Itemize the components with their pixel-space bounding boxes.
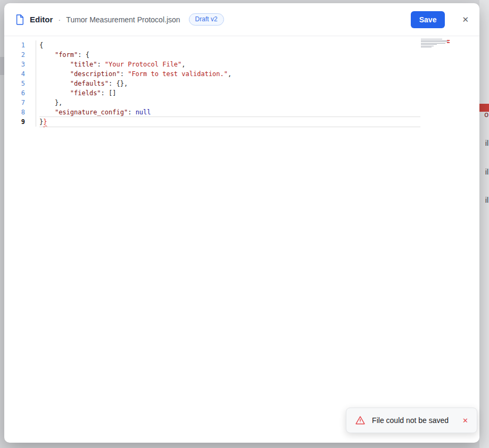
code-token: { [39, 42, 43, 49]
line-number: 8 [4, 107, 25, 117]
code-token [39, 109, 55, 116]
code-token: , [228, 70, 231, 78]
code-token: "form" [55, 51, 78, 59]
code-token: "fields" [70, 89, 101, 97]
editor-modal: Editor · Tumor Measurement Protocol.json… [4, 3, 479, 443]
code-area[interactable]: { "form": { "title": "Your Protocol File… [36, 40, 420, 127]
code-token: null [136, 109, 151, 116]
code-token [39, 80, 70, 87]
line-number: 5 [4, 79, 25, 88]
code-line[interactable]: }, [39, 98, 420, 107]
code-token: "defaults" [70, 80, 109, 87]
code-token: "description" [70, 70, 120, 78]
code-token: "Form to test validation." [128, 70, 228, 78]
line-numbers: 123456789 [4, 40, 36, 127]
code-token: : [97, 61, 104, 68]
line-number: 6 [4, 88, 25, 98]
code-token: "esignature_config" [55, 109, 128, 116]
draft-version-badge: Draft v2 [189, 13, 224, 25]
code-token [39, 51, 55, 59]
code-token [39, 61, 70, 68]
code-line[interactable]: "defaults": {}, [39, 79, 420, 88]
code-token: : [120, 70, 128, 78]
code-token: { [86, 51, 89, 59]
code-token: : [128, 109, 135, 116]
code-line[interactable]: "description": "Form to test validation.… [39, 69, 420, 79]
code-token: : [101, 89, 109, 97]
close-icon[interactable]: ✕ [462, 15, 469, 23]
code-token: {}, [117, 80, 128, 87]
toast-message: File could not be saved [372, 416, 449, 425]
warning-icon [355, 415, 366, 426]
code-scroll-area: 123456789 { "form": { "title": "Your Pro… [4, 40, 479, 127]
save-button[interactable]: Save [411, 11, 445, 28]
line-number: 9 [4, 117, 25, 127]
toast-notification: File could not be saved ✕ [346, 408, 477, 433]
line-number: 7 [4, 98, 25, 107]
code-token: : [109, 80, 116, 87]
line-number: 4 [4, 69, 25, 79]
line-number: 1 [4, 40, 25, 50]
code-token [39, 70, 70, 78]
code-line[interactable]: "esignature_config": null [39, 107, 420, 117]
code-token: }, [39, 99, 62, 106]
code-line[interactable]: "title": "Your Protocol File", [39, 60, 420, 69]
code-token: [] [109, 89, 116, 97]
code-line[interactable]: "form": { [39, 50, 420, 60]
file-name: Tumor Measurement Protocol.json [66, 15, 180, 24]
file-icon [15, 14, 24, 26]
code-line[interactable]: }} [39, 117, 420, 127]
minimap[interactable] [421, 39, 450, 51]
code-token: , [181, 61, 185, 68]
editor-title: Editor [30, 15, 53, 24]
line-number: 3 [4, 60, 25, 69]
code-line[interactable]: "fields": [] [39, 88, 420, 98]
toast-close-icon[interactable]: ✕ [462, 417, 468, 424]
error-token: } [43, 118, 47, 126]
line-number: 2 [4, 50, 25, 60]
code-line[interactable]: { [39, 40, 420, 50]
json-code-editor[interactable]: 123456789 { "form": { "title": "Your Pro… [4, 36, 479, 443]
code-token: "Your Protocol File" [105, 61, 182, 68]
code-token [39, 89, 70, 97]
title-separator: · [58, 15, 61, 24]
modal-header: Editor · Tumor Measurement Protocol.json… [4, 3, 479, 36]
code-token: "title" [70, 61, 97, 68]
code-token: : [78, 51, 85, 59]
